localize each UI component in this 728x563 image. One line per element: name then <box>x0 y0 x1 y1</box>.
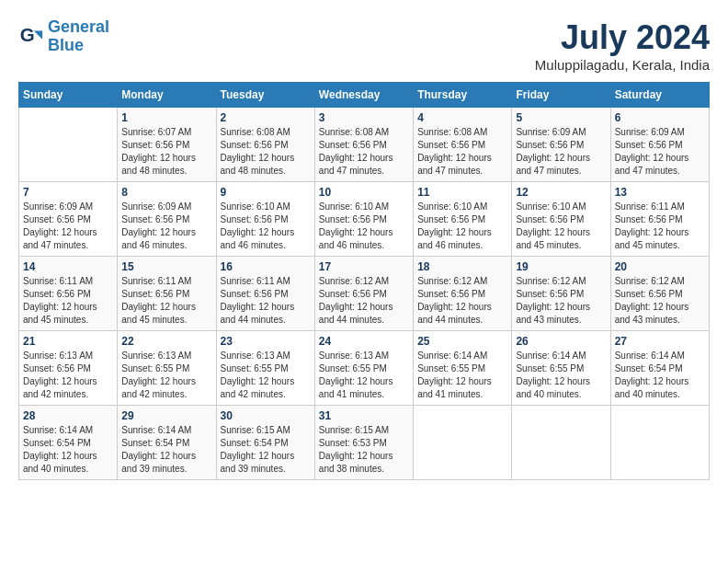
calendar-cell: 20Sunrise: 6:12 AM Sunset: 6:56 PM Dayli… <box>610 257 709 331</box>
day-number: 22 <box>121 335 211 348</box>
calendar-body: 1Sunrise: 6:07 AM Sunset: 6:56 PM Daylig… <box>19 108 710 480</box>
calendar-cell: 6Sunrise: 6:09 AM Sunset: 6:56 PM Daylig… <box>610 108 709 182</box>
day-info: Sunrise: 6:12 AM Sunset: 6:56 PM Dayligh… <box>319 275 409 327</box>
header-row: SundayMondayTuesdayWednesdayThursdayFrid… <box>19 83 710 108</box>
day-info: Sunrise: 6:10 AM Sunset: 6:56 PM Dayligh… <box>319 201 409 252</box>
calendar-cell: 5Sunrise: 6:09 AM Sunset: 6:56 PM Daylig… <box>512 108 610 182</box>
day-info: Sunrise: 6:11 AM Sunset: 6:56 PM Dayligh… <box>23 275 113 327</box>
calendar-cell: 30Sunrise: 6:15 AM Sunset: 6:54 PM Dayli… <box>216 406 314 480</box>
day-header-sunday: Sunday <box>19 83 118 108</box>
location: Muluppilagadu, Kerala, India <box>535 57 710 73</box>
day-info: Sunrise: 6:07 AM Sunset: 6:56 PM Dayligh… <box>121 126 211 178</box>
calendar-cell: 29Sunrise: 6:14 AM Sunset: 6:54 PM Dayli… <box>118 406 216 480</box>
day-info: Sunrise: 6:10 AM Sunset: 6:56 PM Dayligh… <box>417 201 507 252</box>
calendar-cell: 31Sunrise: 6:15 AM Sunset: 6:53 PM Dayli… <box>314 406 413 480</box>
calendar-cell: 15Sunrise: 6:11 AM Sunset: 6:56 PM Dayli… <box>118 257 216 331</box>
logo-general: General <box>48 17 109 36</box>
day-info: Sunrise: 6:13 AM Sunset: 6:55 PM Dayligh… <box>121 350 211 401</box>
week-row-2: 7Sunrise: 6:09 AM Sunset: 6:56 PM Daylig… <box>19 182 710 257</box>
day-number: 16 <box>221 260 311 273</box>
day-info: Sunrise: 6:14 AM Sunset: 6:54 PM Dayligh… <box>23 424 113 476</box>
logo-blue: Blue <box>48 36 84 54</box>
day-number: 7 <box>23 186 113 199</box>
day-number: 31 <box>319 409 409 422</box>
day-number: 21 <box>23 335 113 348</box>
day-info: Sunrise: 6:11 AM Sunset: 6:56 PM Dayligh… <box>615 201 705 252</box>
day-number: 19 <box>516 260 606 273</box>
day-info: Sunrise: 6:09 AM Sunset: 6:56 PM Dayligh… <box>121 201 211 252</box>
logo-text: General Blue <box>48 18 109 55</box>
day-number: 18 <box>417 260 507 273</box>
calendar-cell: 16Sunrise: 6:11 AM Sunset: 6:56 PM Dayli… <box>216 257 314 331</box>
calendar-cell: 12Sunrise: 6:10 AM Sunset: 6:56 PM Dayli… <box>512 182 610 257</box>
day-info: Sunrise: 6:08 AM Sunset: 6:56 PM Dayligh… <box>221 126 311 178</box>
calendar-cell: 17Sunrise: 6:12 AM Sunset: 6:56 PM Dayli… <box>314 257 413 331</box>
day-info: Sunrise: 6:11 AM Sunset: 6:56 PM Dayligh… <box>121 275 211 327</box>
svg-marker-1 <box>34 30 42 39</box>
day-info: Sunrise: 6:09 AM Sunset: 6:56 PM Dayligh… <box>615 126 705 178</box>
calendar-cell <box>19 108 118 182</box>
calendar-cell: 14Sunrise: 6:11 AM Sunset: 6:56 PM Dayli… <box>19 257 118 331</box>
day-header-tuesday: Tuesday <box>216 83 314 108</box>
calendar-cell: 24Sunrise: 6:13 AM Sunset: 6:55 PM Dayli… <box>314 331 413 406</box>
calendar-cell: 3Sunrise: 6:08 AM Sunset: 6:56 PM Daylig… <box>314 108 413 182</box>
day-info: Sunrise: 6:14 AM Sunset: 6:54 PM Dayligh… <box>121 424 211 476</box>
day-number: 17 <box>319 260 409 273</box>
day-number: 28 <box>23 409 113 422</box>
day-header-monday: Monday <box>118 83 216 108</box>
day-number: 6 <box>615 111 705 124</box>
day-info: Sunrise: 6:13 AM Sunset: 6:56 PM Dayligh… <box>23 350 113 401</box>
day-header-wednesday: Wednesday <box>314 83 413 108</box>
calendar-cell: 26Sunrise: 6:14 AM Sunset: 6:55 PM Dayli… <box>512 331 610 406</box>
day-number: 3 <box>319 111 409 124</box>
calendar-cell: 11Sunrise: 6:10 AM Sunset: 6:56 PM Dayli… <box>414 182 512 257</box>
day-number: 11 <box>417 186 507 199</box>
day-info: Sunrise: 6:10 AM Sunset: 6:56 PM Dayligh… <box>516 201 606 252</box>
week-row-5: 28Sunrise: 6:14 AM Sunset: 6:54 PM Dayli… <box>19 406 710 480</box>
calendar-header: SundayMondayTuesdayWednesdayThursdayFrid… <box>19 83 710 108</box>
calendar-cell: 4Sunrise: 6:08 AM Sunset: 6:56 PM Daylig… <box>414 108 512 182</box>
day-number: 26 <box>516 335 606 348</box>
day-info: Sunrise: 6:14 AM Sunset: 6:55 PM Dayligh… <box>516 350 606 401</box>
calendar-cell: 8Sunrise: 6:09 AM Sunset: 6:56 PM Daylig… <box>118 182 216 257</box>
calendar-cell: 9Sunrise: 6:10 AM Sunset: 6:56 PM Daylig… <box>216 182 314 257</box>
day-info: Sunrise: 6:14 AM Sunset: 6:54 PM Dayligh… <box>615 350 705 401</box>
calendar-table: SundayMondayTuesdayWednesdayThursdayFrid… <box>18 82 710 480</box>
day-number: 29 <box>121 409 211 422</box>
week-row-1: 1Sunrise: 6:07 AM Sunset: 6:56 PM Daylig… <box>19 108 710 182</box>
day-info: Sunrise: 6:12 AM Sunset: 6:56 PM Dayligh… <box>615 275 705 327</box>
title-block: July 2024 Muluppilagadu, Kerala, India <box>535 18 710 73</box>
calendar-cell: 22Sunrise: 6:13 AM Sunset: 6:55 PM Dayli… <box>118 331 216 406</box>
day-number: 10 <box>319 186 409 199</box>
calendar-cell: 28Sunrise: 6:14 AM Sunset: 6:54 PM Dayli… <box>19 406 118 480</box>
day-info: Sunrise: 6:09 AM Sunset: 6:56 PM Dayligh… <box>23 201 113 252</box>
day-number: 1 <box>121 111 211 124</box>
calendar-cell: 7Sunrise: 6:09 AM Sunset: 6:56 PM Daylig… <box>19 182 118 257</box>
calendar-cell <box>512 406 610 480</box>
day-number: 20 <box>615 260 705 273</box>
day-number: 25 <box>417 335 507 348</box>
calendar-cell <box>414 406 512 480</box>
day-number: 23 <box>221 335 311 348</box>
month-title: July 2024 <box>535 18 710 57</box>
day-number: 24 <box>319 335 409 348</box>
day-number: 2 <box>221 111 311 124</box>
week-row-3: 14Sunrise: 6:11 AM Sunset: 6:56 PM Dayli… <box>19 257 710 331</box>
day-info: Sunrise: 6:15 AM Sunset: 6:54 PM Dayligh… <box>221 424 311 476</box>
day-number: 14 <box>23 260 113 273</box>
svg-text:G: G <box>20 24 35 45</box>
day-number: 4 <box>417 111 507 124</box>
week-row-4: 21Sunrise: 6:13 AM Sunset: 6:56 PM Dayli… <box>19 331 710 406</box>
calendar-cell: 2Sunrise: 6:08 AM Sunset: 6:56 PM Daylig… <box>216 108 314 182</box>
day-header-friday: Friday <box>512 83 610 108</box>
calendar-cell: 27Sunrise: 6:14 AM Sunset: 6:54 PM Dayli… <box>610 331 709 406</box>
day-info: Sunrise: 6:08 AM Sunset: 6:56 PM Dayligh… <box>319 126 409 178</box>
calendar-cell: 23Sunrise: 6:13 AM Sunset: 6:55 PM Dayli… <box>216 331 314 406</box>
day-info: Sunrise: 6:12 AM Sunset: 6:56 PM Dayligh… <box>516 275 606 327</box>
day-number: 30 <box>221 409 311 422</box>
day-info: Sunrise: 6:13 AM Sunset: 6:55 PM Dayligh… <box>221 350 311 401</box>
day-header-saturday: Saturday <box>610 83 709 108</box>
day-info: Sunrise: 6:09 AM Sunset: 6:56 PM Dayligh… <box>516 126 606 178</box>
day-number: 9 <box>221 186 311 199</box>
day-info: Sunrise: 6:13 AM Sunset: 6:55 PM Dayligh… <box>319 350 409 401</box>
